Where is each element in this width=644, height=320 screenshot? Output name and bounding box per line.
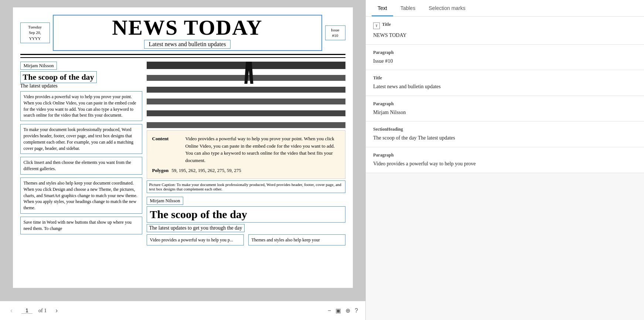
newspaper-image: [147, 62, 345, 128]
document-viewer: Tuesday Sep 20, YYYY NEWS TODAY Latest n…: [0, 0, 366, 320]
result-label-para1: Paragraph: [373, 50, 637, 55]
document-content[interactable]: Tuesday Sep 20, YYYY NEWS TODAY Latest n…: [0, 0, 365, 301]
right-panel: Text Tables Selection marks T Title NEWS…: [366, 0, 644, 320]
article-para-3: Click Insert and then choose the element…: [20, 157, 142, 175]
zoom-fit-button[interactable]: ⊕: [345, 307, 350, 314]
result-label-section-heading: SectionHeading: [373, 127, 637, 132]
title-icon: T: [373, 23, 380, 29]
newspaper-header: Tuesday Sep 20, YYYY NEWS TODAY Latest n…: [20, 15, 345, 55]
result-value-title2: Latest news and bulletin updates: [373, 83, 637, 90]
result-value-title1: NEWS TODAY: [373, 32, 637, 39]
article-para-4: Themes and styles also help keep your do…: [20, 178, 142, 214]
article-para-2: To make your document look professionall…: [20, 124, 142, 154]
panel-tabs: Text Tables Selection marks: [366, 0, 644, 17]
zoom-out-button[interactable]: −: [328, 307, 331, 314]
page-number-input[interactable]: [21, 307, 33, 314]
date-box: Tuesday Sep 20, YYYY: [20, 23, 50, 44]
article2-para-right: Themes and styles also help keep your: [248, 234, 345, 246]
section-subheading: The latest updates: [20, 83, 142, 89]
right-column: Content Video provides a powerful way to…: [147, 62, 345, 245]
tab-selection-marks[interactable]: Selection marks: [423, 0, 471, 16]
result-item-title1: T Title NEWS TODAY: [366, 17, 644, 45]
page-of-text: of 1: [38, 308, 47, 314]
paper-body: Mirjam Nilsson The scoop of the day The …: [20, 62, 345, 245]
author-name: Mirjam Nilsson: [24, 63, 54, 68]
result-label-title1: Title: [382, 22, 391, 27]
date-text: Tuesday Sep 20, YYYY: [28, 25, 42, 41]
zoom-in-button[interactable]: ?: [355, 307, 358, 314]
tab-tables[interactable]: Tables: [395, 0, 421, 16]
author-name-box: Mirjam Nilsson: [20, 62, 57, 70]
zoom-controls: − ▣ ⊕ ?: [328, 307, 358, 314]
title-area: NEWS TODAY Latest news and bulletin upda…: [53, 15, 322, 51]
issue-text: Issue#10: [331, 28, 340, 38]
result-value-section-heading: The scoop of the day The latest updates: [373, 134, 637, 142]
result-value-para3: Video provides a powerful way to help yo…: [373, 160, 637, 168]
newspaper-page: Tuesday Sep 20, YYYY NEWS TODAY Latest n…: [13, 7, 353, 288]
caption-box: Picture Caption: To make your document l…: [147, 180, 345, 193]
content-label: Content: [152, 135, 178, 142]
prev-page-button[interactable]: ‹: [7, 305, 16, 316]
section-heading: The scoop of the day: [23, 72, 94, 82]
issue-box: Issue#10: [325, 25, 345, 40]
result-value-para2: Mirjam Nilsson: [373, 109, 637, 116]
result-label-title2: Title: [373, 75, 637, 81]
legs-figure: [242, 62, 256, 84]
second-article: Mirjam Nilsson The scoop of the day The …: [147, 197, 345, 246]
author2-name-box: Mirjam Nilsson: [147, 197, 184, 205]
result-item-section-heading: SectionHeading The scoop of the day The …: [366, 121, 644, 147]
heading-area: The scoop of the day The latest updates: [20, 71, 142, 89]
panel-content[interactable]: T Title NEWS TODAY Paragraph Issue #10 T…: [366, 17, 644, 320]
big-heading: The scoop of the day: [150, 208, 342, 221]
doc-footer: ‹ of 1 › − ▣ ⊕ ?: [0, 301, 365, 320]
result-item-para1: Paragraph Issue #10: [366, 45, 644, 70]
result-item-title2: Title Latest news and bulletin updates: [366, 70, 644, 96]
article-para-5: Save time in Word with new buttons that …: [20, 217, 142, 234]
result-item-para2: Paragraph Mirjam Nilsson: [366, 96, 644, 122]
next-page-button[interactable]: ›: [52, 305, 61, 316]
polygon-label: Polygon: [152, 167, 169, 174]
image-area: [147, 62, 345, 128]
article2-subheading: The latest updates to get you through th…: [147, 224, 245, 232]
tab-text[interactable]: Text: [372, 0, 393, 16]
content-text: Video provides a powerful way to help yo…: [185, 135, 340, 164]
caption-text: Picture Caption: To make your document l…: [149, 182, 341, 191]
article2-para-left: Video provides a powerful way to help yo…: [147, 234, 244, 246]
article-para-1: Video provides a powerful way to help yo…: [20, 91, 142, 121]
left-column: Mirjam Nilsson The scoop of the day The …: [20, 62, 142, 245]
paper-subtitle: Latest news and bulletin updates: [144, 40, 231, 49]
author2-name: Mirjam Nilsson: [150, 198, 180, 203]
polygon-values: 59, 195, 262, 195, 262, 275, 59, 275: [171, 167, 241, 174]
polygon-row: Polygon 59, 195, 262, 195, 262, 275, 59,…: [152, 167, 340, 174]
paper-title: NEWS TODAY: [55, 17, 320, 38]
result-label-para3: Paragraph: [373, 152, 637, 158]
paper-divider: [20, 57, 345, 58]
result-header-title1: T Title: [373, 22, 637, 30]
result-label-para2: Paragraph: [373, 101, 637, 107]
big-heading-box: The scoop of the day: [147, 206, 345, 223]
section-heading-box: The scoop of the day: [20, 71, 97, 83]
result-item-para3: Paragraph Video provides a powerful way …: [366, 147, 644, 173]
article2-columns: Video provides a powerful way to help yo…: [147, 234, 345, 246]
zebra-crossing-image: [147, 62, 345, 128]
result-value-para1: Issue #10: [373, 58, 637, 65]
content-popup: Content Video provides a powerful way to…: [147, 130, 345, 179]
zoom-reset-button[interactable]: ▣: [335, 307, 341, 314]
